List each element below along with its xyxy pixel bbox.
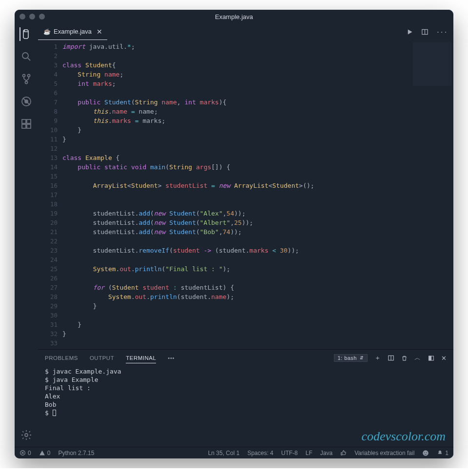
watermark: codevscolor.com xyxy=(361,429,446,444)
thumbs-icon[interactable] xyxy=(340,450,347,456)
settings-icon[interactable] xyxy=(20,428,33,442)
notifications-icon[interactable]: 1 xyxy=(437,450,448,456)
status-python[interactable]: Python 2.7.15 xyxy=(58,450,94,456)
svg-rect-17 xyxy=(429,356,431,360)
search-icon[interactable] xyxy=(20,50,33,63)
editor-tabs: ☕ Example.java ✕ ··· xyxy=(38,23,453,40)
more-actions-icon[interactable]: ··· xyxy=(436,28,448,36)
svg-rect-8 xyxy=(27,119,31,123)
minimap[interactable] xyxy=(412,42,451,86)
new-terminal-icon[interactable]: ＋ xyxy=(374,354,381,362)
editor-window: Example.java xyxy=(15,10,453,458)
run-icon[interactable] xyxy=(406,28,413,36)
trash-icon[interactable] xyxy=(401,355,408,361)
svg-point-11 xyxy=(25,434,28,436)
svg-point-3 xyxy=(28,75,30,77)
tab-actions: ··· xyxy=(406,23,453,40)
terminal-selector[interactable]: 1: bash ⇵ xyxy=(334,354,367,362)
close-panel-icon[interactable]: ✕ xyxy=(441,355,447,362)
extensions-icon[interactable] xyxy=(20,117,33,131)
svg-point-6 xyxy=(25,100,28,103)
chevron-up-icon[interactable]: ︿ xyxy=(414,354,421,362)
line-gutter: 1234567891011121314151617181920212223242… xyxy=(38,40,62,349)
titlebar: Example.java xyxy=(15,10,453,23)
code-content[interactable]: import java.util.*; class Student{ Strin… xyxy=(62,40,453,349)
status-encoding[interactable]: UTF-8 xyxy=(281,450,298,456)
svg-rect-9 xyxy=(22,124,26,128)
terminal-selector-label: 1: bash xyxy=(337,355,357,361)
status-indent[interactable]: Spaces: 4 xyxy=(247,450,273,456)
panel-tab-terminal[interactable]: TERMINAL xyxy=(126,353,156,363)
feedback-icon[interactable] xyxy=(422,450,429,456)
svg-point-0 xyxy=(22,53,28,59)
tab-example-java[interactable]: ☕ Example.java ✕ xyxy=(38,23,107,40)
chevron-updown-icon: ⇵ xyxy=(360,356,364,360)
status-cursor[interactable]: Ln 35, Col 1 xyxy=(208,450,240,456)
tab-close-icon[interactable]: ✕ xyxy=(97,28,102,36)
window-title: Example.java xyxy=(15,13,453,20)
svg-point-23 xyxy=(427,452,428,453)
status-eol[interactable]: LF xyxy=(306,450,312,456)
warning-count: 0 xyxy=(47,450,51,456)
split-terminal-icon[interactable] xyxy=(388,355,394,361)
explorer-icon[interactable] xyxy=(20,27,33,41)
svg-rect-7 xyxy=(22,119,26,123)
svg-point-4 xyxy=(25,81,28,84)
panel-tab-more-icon[interactable]: ••• xyxy=(168,353,175,363)
svg-line-1 xyxy=(28,58,30,60)
panel-tab-output[interactable]: OUTPUT xyxy=(90,353,114,363)
split-editor-icon[interactable] xyxy=(421,28,429,36)
code-editor[interactable]: 1234567891011121314151617181920212223242… xyxy=(38,40,453,349)
panel-tabs: PROBLEMS OUTPUT TERMINAL ••• 1: bash ⇵ ＋ xyxy=(38,350,453,366)
status-bar: 0 0 Python 2.7.15 Ln 35, Col 1 Spaces: 4… xyxy=(15,447,453,458)
status-warnings[interactable]: 0 xyxy=(39,450,51,456)
debug-icon[interactable] xyxy=(20,95,33,108)
status-language[interactable]: Java xyxy=(320,450,332,456)
activity-bar xyxy=(15,23,38,447)
notification-count: 1 xyxy=(445,450,448,456)
bottom-panel: PROBLEMS OUTPUT TERMINAL ••• 1: bash ⇵ ＋ xyxy=(38,349,453,447)
error-count: 0 xyxy=(28,450,31,456)
panel-tab-problems[interactable]: PROBLEMS xyxy=(45,353,78,363)
svg-rect-10 xyxy=(27,124,31,128)
java-file-icon: ☕ xyxy=(43,28,51,36)
source-control-icon[interactable] xyxy=(20,72,33,86)
svg-point-2 xyxy=(23,75,25,77)
svg-point-21 xyxy=(423,450,429,456)
maximize-panel-icon[interactable] xyxy=(428,355,434,361)
status-errors[interactable]: 0 xyxy=(20,450,31,456)
tab-label: Example.java xyxy=(54,28,92,35)
svg-point-22 xyxy=(425,452,426,453)
status-message[interactable]: Variables extraction fail xyxy=(354,450,414,456)
